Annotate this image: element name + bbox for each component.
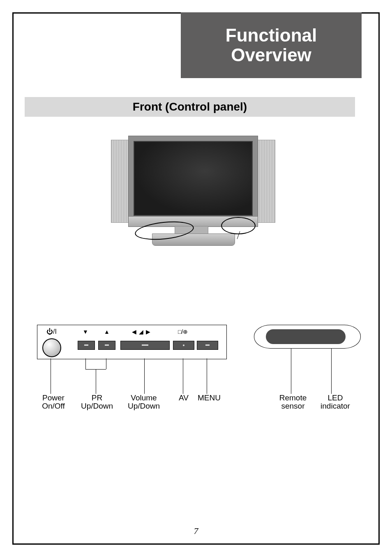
- sensor-labels-row: Remote sensor LED indicator: [254, 394, 361, 413]
- volume-arrows-icon: ◀ ◢ ▶: [132, 328, 151, 335]
- label-pr: PR Up/Down: [76, 394, 118, 410]
- leader-line: [96, 369, 96, 394]
- leader-line: [106, 358, 106, 369]
- label-text: On/Off: [42, 402, 65, 410]
- power-button[interactable]: [42, 338, 61, 357]
- leader-line: [144, 358, 145, 394]
- label-text: Volume: [131, 393, 157, 402]
- leader-line: [51, 358, 51, 394]
- leader-line: [331, 349, 332, 394]
- tv-illustration: [111, 136, 275, 251]
- sensor-diagram: Remote sensor LED indicator: [254, 325, 361, 413]
- title-line-2: Overview: [231, 45, 311, 65]
- control-icons-row: ⏻/I ▼ ▲ ◀ ◢ ▶ □/⊕: [37, 327, 226, 337]
- av-button[interactable]: [173, 341, 194, 350]
- pr-up-button[interactable]: [98, 341, 115, 350]
- tv-body: [128, 136, 258, 227]
- page-title: Functional Overview: [226, 25, 317, 65]
- control-panel-diagram: ⏻/I ▼ ▲ ◀ ◢ ▶ □/⊕ Power: [37, 325, 226, 413]
- label-text: Remote: [279, 393, 307, 402]
- section-heading: Front (Control panel): [133, 100, 247, 113]
- control-panel-box: ⏻/I ▼ ▲ ◀ ◢ ▶ □/⊕: [37, 325, 227, 359]
- control-buttons-row: [37, 337, 226, 356]
- leader-line: [291, 349, 291, 394]
- sensor-bezel: [254, 325, 361, 349]
- manual-page: Functional Overview Front (Control panel…: [0, 0, 392, 557]
- leader-line: [183, 358, 183, 394]
- label-text: PR: [92, 393, 102, 402]
- pr-down-button[interactable]: [78, 341, 95, 350]
- page-border: [12, 12, 380, 545]
- label-text: Power: [42, 393, 65, 402]
- tv-speaker-right: [257, 140, 275, 223]
- title-line-1: Functional: [226, 25, 317, 45]
- sensor-window: [266, 329, 346, 344]
- label-volume: Volume Up/Down: [123, 394, 164, 410]
- label-av: AV: [173, 394, 194, 402]
- menu-button[interactable]: [197, 341, 218, 350]
- label-power: Power On/Off: [37, 394, 70, 410]
- label-text: LED: [328, 393, 343, 402]
- triangle-up-icon: ▲: [104, 328, 110, 335]
- label-text: sensor: [281, 402, 304, 410]
- triangle-down-icon: ▼: [83, 328, 88, 335]
- volume-rocker-button[interactable]: [120, 341, 170, 350]
- power-icon: ⏻/I: [46, 328, 57, 335]
- tv-speaker-left: [111, 140, 129, 223]
- label-remote-sensor: Remote sensor: [274, 394, 311, 410]
- leader-line: [85, 358, 86, 369]
- label-text: MENU: [198, 393, 221, 402]
- control-labels-row: Power On/Off PR Up/Down Volume Up/Down A…: [37, 394, 226, 413]
- page-number: 7: [0, 526, 392, 536]
- av-menu-icon: □/⊕: [178, 328, 188, 335]
- label-text: Up/Down: [81, 402, 113, 410]
- label-text: Up/Down: [128, 402, 160, 410]
- leader-line: [207, 358, 207, 394]
- header-box: Functional Overview: [181, 12, 362, 78]
- tv-screen: [134, 141, 253, 216]
- label-led-indicator: LED indicator: [315, 394, 356, 410]
- section-heading-bar: Front (Control panel): [25, 97, 355, 117]
- label-text: AV: [179, 393, 189, 402]
- label-text: indicator: [321, 402, 350, 410]
- callout-circle-sensor: [221, 217, 256, 234]
- label-menu: MENU: [195, 394, 224, 402]
